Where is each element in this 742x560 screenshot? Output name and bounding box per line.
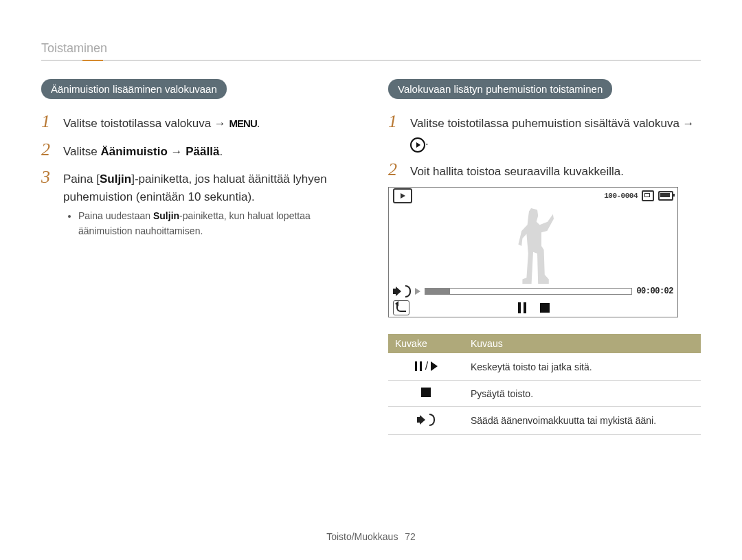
text: Valitse — [63, 145, 101, 158]
screen-status: 100-0004 — [604, 190, 673, 201]
step-1: 1 Valitse toistotilassa puhemuistion sis… — [388, 111, 701, 153]
volume-icon[interactable] — [393, 285, 411, 298]
text: Valitse toistotilassa valokuva — [63, 117, 214, 130]
step-2: 2 Valitse Äänimuistio → Päällä. — [41, 139, 354, 161]
text: Paina uudestaan — [78, 210, 153, 221]
play-icon — [431, 361, 438, 371]
screen-bottombar: 00:00:02 — [389, 284, 677, 317]
left-column: Äänimuistion lisääminen valokuvaan 1 Val… — [41, 79, 354, 435]
menu-icon: MENU — [229, 117, 257, 129]
pause-icon — [414, 361, 423, 371]
back-button[interactable] — [393, 300, 409, 315]
playback-mode-icon — [393, 188, 412, 203]
step-body: Paina [Suljin]-painiketta, jos haluat ää… — [63, 170, 354, 242]
table-row: Pysäytä toisto. — [388, 381, 701, 407]
step-1: 1 Valitse toistotilassa valokuva → MENU. — [41, 111, 354, 133]
controls-row — [389, 299, 677, 317]
arrow-icon: → — [214, 117, 226, 130]
photo-preview — [389, 208, 677, 284]
right-heading-pill: Valokuvaan lisätyn puhemuistion toistami… — [388, 79, 612, 99]
footer-label: Toisto/Muokkaus — [326, 531, 398, 542]
text: Paina [ — [63, 172, 100, 186]
icon-legend-table: Kuvake Kuvaus / Keskeytä toisto tai jatk… — [388, 334, 701, 435]
screen-topbar: 100-0004 — [389, 188, 677, 204]
step-3: 3 Paina [Suljin]-painiketta, jos haluat … — [41, 167, 354, 242]
volume-icon — [417, 414, 435, 426]
icon-cell: / — [388, 353, 464, 381]
step-body: Valitse toistotilassa valokuva → MENU. — [63, 115, 260, 133]
bold-text: Päällä — [186, 145, 219, 158]
text: . — [257, 117, 260, 130]
bold-text: Suljin — [153, 210, 179, 221]
play-icon — [415, 288, 420, 295]
page-footer: Toisto/Muokkaus 72 — [0, 531, 742, 542]
memory-card-icon — [642, 190, 654, 201]
file-counter: 100-0004 — [604, 192, 638, 200]
right-column: Valokuvaan lisätyn puhemuistion toistami… — [388, 79, 701, 435]
table-row: / Keskeytä toisto tai jatka sitä. — [388, 353, 701, 381]
step-body: Valitse toistotilassa puhemuistion sisäl… — [410, 115, 695, 153]
desc-cell: Säädä äänenvoimakkuutta tai mykistä ääni… — [464, 407, 701, 435]
progress-bar[interactable] — [425, 288, 632, 295]
table-header-row: Kuvake Kuvaus — [388, 334, 701, 353]
icon-cell — [388, 407, 464, 435]
progress-row: 00:00:02 — [389, 284, 677, 299]
step-number: 3 — [41, 167, 54, 188]
section-title: Toistaminen — [41, 41, 701, 56]
step-2: 2 Voit hallita toistoa seuraavilla kuvak… — [388, 159, 701, 181]
step-number: 1 — [388, 111, 401, 132]
desc-cell: Keskeytä toisto tai jatka sitä. — [464, 353, 701, 381]
play-circle-icon — [410, 137, 425, 153]
text: Voit hallita toistoa seuraavilla kuvakke… — [410, 165, 624, 178]
battery-icon — [658, 191, 673, 201]
stop-button[interactable] — [540, 303, 550, 313]
title-rule — [41, 60, 701, 61]
slash: / — [425, 360, 428, 372]
arrow-icon: → — [168, 145, 186, 158]
step-number: 1 — [41, 111, 54, 132]
step-number: 2 — [41, 139, 54, 160]
bold-text: Äänimuistio — [101, 145, 168, 158]
step-number: 2 — [388, 159, 401, 180]
page-number: 72 — [405, 531, 416, 542]
bold-text: Suljin — [100, 172, 131, 186]
col-desc: Kuvaus — [464, 334, 701, 353]
col-icon: Kuvake — [388, 334, 464, 353]
sub-bullets: Paina uudestaan Suljin-painiketta, kun h… — [63, 208, 354, 239]
left-heading-pill: Äänimuistion lisääminen valokuvaan — [41, 79, 227, 99]
camera-screen: 100-0004 00:00:02 — [388, 187, 678, 317]
person-silhouette-icon — [513, 208, 554, 284]
step-body: Voit hallita toistoa seuraavilla kuvakke… — [410, 163, 624, 181]
icon-cell — [388, 381, 464, 407]
elapsed-time: 00:00:02 — [636, 287, 673, 296]
text: Valitse toistotilassa puhemuistion sisäl… — [410, 117, 695, 130]
pause-button[interactable] — [517, 302, 528, 313]
step-body: Valitse Äänimuistio → Päällä. — [63, 143, 223, 161]
text: . — [219, 145, 223, 158]
bullet-item: Paina uudestaan Suljin-painiketta, kun h… — [78, 208, 354, 239]
stop-icon — [421, 388, 431, 397]
table-row: Säädä äänenvoimakkuutta tai mykistä ääni… — [388, 407, 701, 435]
desc-cell: Pysäytä toisto. — [464, 381, 701, 407]
